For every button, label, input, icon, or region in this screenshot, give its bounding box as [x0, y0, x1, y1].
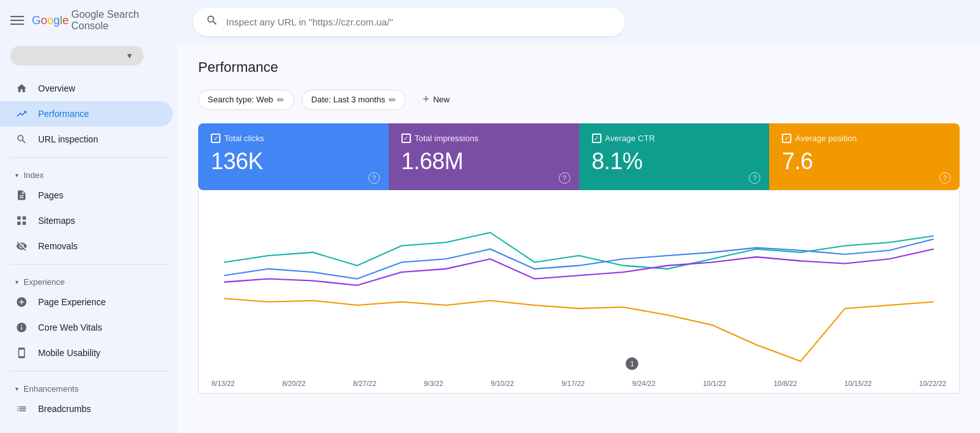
url-search-input[interactable] — [226, 17, 612, 27]
sidebar-item-pages[interactable]: Pages — [0, 182, 173, 208]
divider-3 — [10, 371, 168, 371]
performance-chart[interactable]: 1 8/13/22 8/20/22 8/27/22 9/3/22 9/10/22… — [198, 190, 960, 394]
date-filter[interactable]: Date: Last 3 months ✏ — [302, 90, 406, 110]
metric-help-ctr[interactable]: ? — [749, 172, 760, 184]
sidebar-item-overview[interactable]: Overview — [0, 76, 173, 101]
property-value — [20, 51, 50, 60]
chevron-icon: ▾ — [15, 172, 18, 179]
sidebar-item-breadcrumbs[interactable]: Breadcrumbs — [0, 396, 173, 422]
sidebar-label-performance: Performance — [38, 109, 89, 119]
sidebar-item-sitemaps[interactable]: Sitemaps — [0, 208, 173, 233]
content-area: Performance Search type: Web ✏ Date: Las… — [178, 44, 980, 409]
metric-checkbox-position: ✓ — [782, 134, 791, 143]
section-label-enhancements: Enhancements — [23, 384, 79, 394]
x-label-9: 10/15/22 — [845, 380, 872, 387]
x-label-6: 9/24/22 — [632, 380, 655, 387]
metric-checkbox-impressions: ✓ — [401, 134, 411, 143]
sidebar-item-page-experience[interactable]: Page Experience — [0, 289, 173, 315]
sidebar-label-sitemaps: Sitemaps — [38, 216, 75, 226]
metric-help-impressions[interactable]: ? — [559, 172, 570, 184]
chart-x-labels: 8/13/22 8/20/22 8/27/22 9/3/22 9/10/22 9… — [211, 377, 946, 387]
sidebar-label-mobile-usability: Mobile Usability — [38, 348, 100, 358]
section-header-experience[interactable]: ▾ Experience — [0, 270, 178, 289]
sidebar-item-core-web-vitals[interactable]: Core Web Vitals — [0, 315, 173, 340]
hamburger-icon[interactable] — [10, 13, 24, 28]
x-label-7: 10/1/22 — [703, 380, 727, 387]
metric-card-total-impressions[interactable]: ✓ Total impressions 1.68M ? — [389, 123, 579, 190]
divider-1 — [10, 157, 168, 158]
sidebar-label-pages: Pages — [38, 190, 64, 200]
app-logo: Google Google Search Console — [32, 9, 168, 32]
sidebar-item-url-inspection[interactable]: URL inspection — [0, 127, 173, 152]
x-label-2: 8/27/22 — [353, 380, 377, 387]
sidebar: Google Google Search Console ▼ Overview … — [0, 0, 178, 433]
edit-icon-2: ✏ — [389, 95, 396, 105]
document-icon — [15, 189, 28, 202]
search-type-label: Search type: Web — [208, 95, 273, 104]
x-label-1: 8/20/22 — [282, 380, 305, 387]
x-label-10: 10/22/22 — [919, 380, 946, 387]
metric-label-clicks: ✓ Total clicks — [211, 134, 376, 143]
mobile-icon — [15, 347, 28, 359]
top-bar — [178, 0, 980, 44]
metric-checkbox-ctr: ✓ — [592, 134, 601, 143]
metric-value-ctr: 8.1% — [592, 148, 757, 175]
plus-icon: + — [422, 93, 429, 106]
x-label-3: 9/3/22 — [424, 380, 443, 387]
property-selector[interactable]: ▼ — [10, 46, 144, 65]
chevron-down-icon: ▼ — [126, 52, 133, 60]
page-title: Performance — [198, 59, 960, 76]
list-icon — [15, 402, 28, 415]
chevron-icon-3: ▾ — [15, 385, 18, 392]
sidebar-label-breadcrumbs: Breadcrumbs — [38, 404, 91, 414]
sidebar-label-overview: Overview — [38, 83, 75, 93]
eye-off-icon — [15, 240, 28, 252]
metric-label-position: ✓ Average position — [782, 134, 947, 143]
metric-card-average-ctr[interactable]: ✓ Average CTR 8.1% ? — [579, 123, 770, 190]
metric-help-position[interactable]: ? — [939, 172, 951, 184]
sidebar-item-removals[interactable]: Removals — [0, 233, 173, 259]
x-label-8: 10/8/22 — [774, 380, 797, 387]
url-search-bar[interactable] — [193, 8, 625, 36]
sidebar-item-mobile-usability[interactable]: Mobile Usability — [0, 340, 173, 366]
metric-value-clicks: 136K — [211, 148, 376, 175]
grid-icon — [15, 214, 28, 227]
trending-up-icon — [15, 107, 28, 120]
edit-icon: ✏ — [277, 95, 285, 105]
section-header-enhancements[interactable]: ▾ Enhancements — [0, 376, 178, 396]
url-search-icon — [206, 14, 218, 30]
sidebar-item-performance[interactable]: Performance — [0, 101, 173, 127]
divider-2 — [10, 264, 168, 265]
chart-svg — [211, 203, 946, 375]
app-name: Google Search Console — [71, 9, 168, 32]
sidebar-header: Google Google Search Console — [0, 0, 178, 41]
section-header-index[interactable]: ▾ Index — [0, 163, 178, 182]
chevron-icon-2: ▾ — [15, 278, 18, 285]
metric-label-impressions: ✓ Total impressions — [401, 134, 567, 143]
sidebar-label-url-inspection: URL inspection — [38, 134, 98, 144]
sidebar-label-page-experience: Page Experience — [38, 297, 106, 307]
metric-card-average-position[interactable]: ✓ Average position 7.6 ? — [769, 123, 960, 190]
circle-plus-icon — [15, 296, 28, 308]
metric-checkbox-clicks: ✓ — [211, 134, 220, 143]
x-label-4: 9/10/22 — [491, 380, 514, 387]
section-label-index: Index — [23, 170, 44, 180]
sidebar-label-removals: Removals — [38, 241, 77, 251]
search-icon — [15, 133, 28, 146]
x-label-0: 8/13/22 — [211, 380, 235, 387]
metric-value-impressions: 1.68M — [401, 148, 567, 175]
home-icon — [15, 82, 28, 95]
metric-help-clicks[interactable]: ? — [368, 172, 380, 184]
metric-value-position: 7.6 — [782, 148, 947, 175]
filter-bar: Search type: Web ✏ Date: Last 3 months ✏… — [198, 88, 960, 111]
search-type-filter[interactable]: Search type: Web ✏ — [198, 90, 294, 110]
new-filter-button[interactable]: + New — [413, 88, 459, 111]
x-label-5: 9/17/22 — [561, 380, 585, 387]
metric-card-total-clicks[interactable]: ✓ Total clicks 136K ? — [198, 123, 389, 190]
sidebar-label-core-web-vitals: Core Web Vitals — [38, 322, 102, 333]
date-label: Date: Last 3 months — [311, 95, 385, 104]
main-content: Performance Search type: Web ✏ Date: Las… — [178, 0, 980, 433]
new-filter-label: New — [433, 95, 450, 104]
metrics-row: ✓ Total clicks 136K ? ✓ Total impression… — [198, 123, 960, 190]
gauge-icon — [15, 321, 28, 334]
